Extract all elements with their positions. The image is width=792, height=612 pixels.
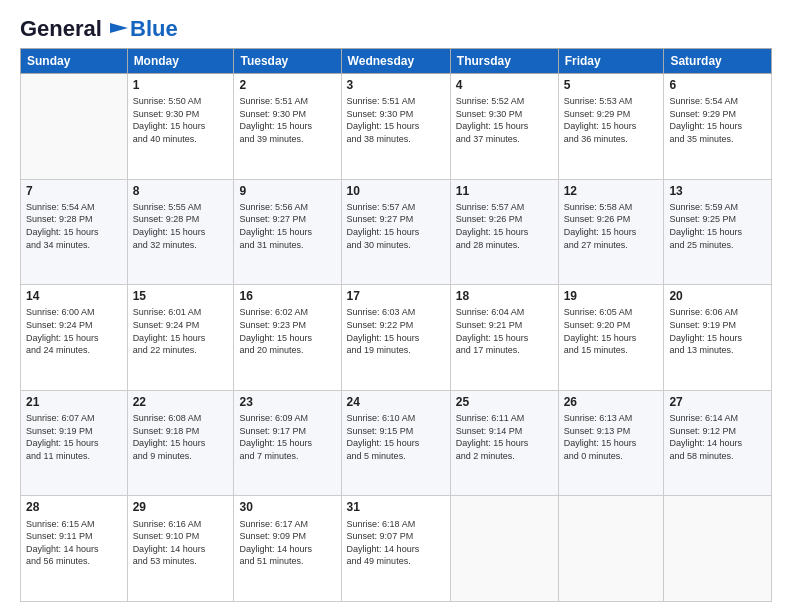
calendar-table: SundayMondayTuesdayWednesdayThursdayFrid…	[20, 48, 772, 602]
day-number: 4	[456, 77, 553, 93]
day-number: 12	[564, 183, 659, 199]
day-number: 7	[26, 183, 122, 199]
day-info: Sunrise: 5:50 AM Sunset: 9:30 PM Dayligh…	[133, 95, 229, 145]
col-header-thursday: Thursday	[450, 49, 558, 74]
day-number: 21	[26, 394, 122, 410]
day-number: 2	[239, 77, 335, 93]
day-info: Sunrise: 5:57 AM Sunset: 9:26 PM Dayligh…	[456, 201, 553, 251]
day-number: 13	[669, 183, 766, 199]
day-number: 6	[669, 77, 766, 93]
calendar-week-2: 7Sunrise: 5:54 AM Sunset: 9:28 PM Daylig…	[21, 179, 772, 285]
day-number: 3	[347, 77, 445, 93]
day-number: 24	[347, 394, 445, 410]
header: General Blue	[20, 18, 772, 40]
day-info: Sunrise: 5:51 AM Sunset: 9:30 PM Dayligh…	[239, 95, 335, 145]
svg-marker-0	[110, 23, 128, 33]
day-info: Sunrise: 6:17 AM Sunset: 9:09 PM Dayligh…	[239, 518, 335, 568]
day-info: Sunrise: 6:10 AM Sunset: 9:15 PM Dayligh…	[347, 412, 445, 462]
day-info: Sunrise: 6:00 AM Sunset: 9:24 PM Dayligh…	[26, 306, 122, 356]
calendar-cell: 9Sunrise: 5:56 AM Sunset: 9:27 PM Daylig…	[234, 179, 341, 285]
calendar-cell	[21, 74, 128, 180]
col-header-wednesday: Wednesday	[341, 49, 450, 74]
day-info: Sunrise: 6:18 AM Sunset: 9:07 PM Dayligh…	[347, 518, 445, 568]
day-number: 28	[26, 499, 122, 515]
calendar-cell: 5Sunrise: 5:53 AM Sunset: 9:29 PM Daylig…	[558, 74, 664, 180]
calendar-cell: 20Sunrise: 6:06 AM Sunset: 9:19 PM Dayli…	[664, 285, 772, 391]
day-info: Sunrise: 6:08 AM Sunset: 9:18 PM Dayligh…	[133, 412, 229, 462]
day-info: Sunrise: 6:14 AM Sunset: 9:12 PM Dayligh…	[669, 412, 766, 462]
calendar-week-4: 21Sunrise: 6:07 AM Sunset: 9:19 PM Dayli…	[21, 390, 772, 496]
day-number: 26	[564, 394, 659, 410]
logo-flag-icon	[110, 23, 128, 37]
day-info: Sunrise: 6:06 AM Sunset: 9:19 PM Dayligh…	[669, 306, 766, 356]
calendar-cell	[450, 496, 558, 602]
calendar-cell: 27Sunrise: 6:14 AM Sunset: 9:12 PM Dayli…	[664, 390, 772, 496]
calendar-cell: 16Sunrise: 6:02 AM Sunset: 9:23 PM Dayli…	[234, 285, 341, 391]
calendar-cell: 31Sunrise: 6:18 AM Sunset: 9:07 PM Dayli…	[341, 496, 450, 602]
day-number: 18	[456, 288, 553, 304]
col-header-monday: Monday	[127, 49, 234, 74]
calendar-cell: 21Sunrise: 6:07 AM Sunset: 9:19 PM Dayli…	[21, 390, 128, 496]
day-number: 30	[239, 499, 335, 515]
day-number: 10	[347, 183, 445, 199]
day-number: 11	[456, 183, 553, 199]
day-number: 5	[564, 77, 659, 93]
day-info: Sunrise: 6:16 AM Sunset: 9:10 PM Dayligh…	[133, 518, 229, 568]
day-number: 1	[133, 77, 229, 93]
col-header-sunday: Sunday	[21, 49, 128, 74]
logo: General Blue	[20, 18, 178, 40]
calendar-cell: 26Sunrise: 6:13 AM Sunset: 9:13 PM Dayli…	[558, 390, 664, 496]
day-info: Sunrise: 5:51 AM Sunset: 9:30 PM Dayligh…	[347, 95, 445, 145]
day-info: Sunrise: 5:55 AM Sunset: 9:28 PM Dayligh…	[133, 201, 229, 251]
calendar-cell: 18Sunrise: 6:04 AM Sunset: 9:21 PM Dayli…	[450, 285, 558, 391]
day-info: Sunrise: 5:54 AM Sunset: 9:28 PM Dayligh…	[26, 201, 122, 251]
calendar-cell: 14Sunrise: 6:00 AM Sunset: 9:24 PM Dayli…	[21, 285, 128, 391]
calendar-cell: 7Sunrise: 5:54 AM Sunset: 9:28 PM Daylig…	[21, 179, 128, 285]
calendar-cell: 6Sunrise: 5:54 AM Sunset: 9:29 PM Daylig…	[664, 74, 772, 180]
calendar-cell: 10Sunrise: 5:57 AM Sunset: 9:27 PM Dayli…	[341, 179, 450, 285]
day-number: 29	[133, 499, 229, 515]
day-info: Sunrise: 5:58 AM Sunset: 9:26 PM Dayligh…	[564, 201, 659, 251]
day-number: 9	[239, 183, 335, 199]
col-header-saturday: Saturday	[664, 49, 772, 74]
day-number: 31	[347, 499, 445, 515]
day-info: Sunrise: 6:13 AM Sunset: 9:13 PM Dayligh…	[564, 412, 659, 462]
day-info: Sunrise: 6:07 AM Sunset: 9:19 PM Dayligh…	[26, 412, 122, 462]
page: General Blue SundayMondayTuesdayWednesda…	[0, 0, 792, 612]
day-info: Sunrise: 5:59 AM Sunset: 9:25 PM Dayligh…	[669, 201, 766, 251]
calendar-cell: 12Sunrise: 5:58 AM Sunset: 9:26 PM Dayli…	[558, 179, 664, 285]
calendar-cell: 1Sunrise: 5:50 AM Sunset: 9:30 PM Daylig…	[127, 74, 234, 180]
calendar-cell: 4Sunrise: 5:52 AM Sunset: 9:30 PM Daylig…	[450, 74, 558, 180]
day-info: Sunrise: 6:05 AM Sunset: 9:20 PM Dayligh…	[564, 306, 659, 356]
logo-blue: Blue	[130, 18, 178, 40]
day-number: 19	[564, 288, 659, 304]
calendar-cell: 19Sunrise: 6:05 AM Sunset: 9:20 PM Dayli…	[558, 285, 664, 391]
calendar-week-5: 28Sunrise: 6:15 AM Sunset: 9:11 PM Dayli…	[21, 496, 772, 602]
calendar-cell: 23Sunrise: 6:09 AM Sunset: 9:17 PM Dayli…	[234, 390, 341, 496]
day-info: Sunrise: 5:56 AM Sunset: 9:27 PM Dayligh…	[239, 201, 335, 251]
day-info: Sunrise: 5:57 AM Sunset: 9:27 PM Dayligh…	[347, 201, 445, 251]
calendar-cell: 15Sunrise: 6:01 AM Sunset: 9:24 PM Dayli…	[127, 285, 234, 391]
day-number: 23	[239, 394, 335, 410]
day-info: Sunrise: 5:53 AM Sunset: 9:29 PM Dayligh…	[564, 95, 659, 145]
day-info: Sunrise: 5:52 AM Sunset: 9:30 PM Dayligh…	[456, 95, 553, 145]
calendar-cell: 28Sunrise: 6:15 AM Sunset: 9:11 PM Dayli…	[21, 496, 128, 602]
calendar-cell	[664, 496, 772, 602]
calendar-cell: 24Sunrise: 6:10 AM Sunset: 9:15 PM Dayli…	[341, 390, 450, 496]
day-info: Sunrise: 6:02 AM Sunset: 9:23 PM Dayligh…	[239, 306, 335, 356]
day-number: 14	[26, 288, 122, 304]
day-number: 25	[456, 394, 553, 410]
logo-general: General	[20, 16, 102, 41]
calendar-cell: 17Sunrise: 6:03 AM Sunset: 9:22 PM Dayli…	[341, 285, 450, 391]
day-number: 8	[133, 183, 229, 199]
day-number: 17	[347, 288, 445, 304]
col-header-friday: Friday	[558, 49, 664, 74]
calendar-cell: 2Sunrise: 5:51 AM Sunset: 9:30 PM Daylig…	[234, 74, 341, 180]
calendar-cell: 29Sunrise: 6:16 AM Sunset: 9:10 PM Dayli…	[127, 496, 234, 602]
calendar-cell: 22Sunrise: 6:08 AM Sunset: 9:18 PM Dayli…	[127, 390, 234, 496]
calendar-cell: 11Sunrise: 5:57 AM Sunset: 9:26 PM Dayli…	[450, 179, 558, 285]
day-number: 20	[669, 288, 766, 304]
col-header-tuesday: Tuesday	[234, 49, 341, 74]
calendar-cell: 30Sunrise: 6:17 AM Sunset: 9:09 PM Dayli…	[234, 496, 341, 602]
calendar-week-3: 14Sunrise: 6:00 AM Sunset: 9:24 PM Dayli…	[21, 285, 772, 391]
